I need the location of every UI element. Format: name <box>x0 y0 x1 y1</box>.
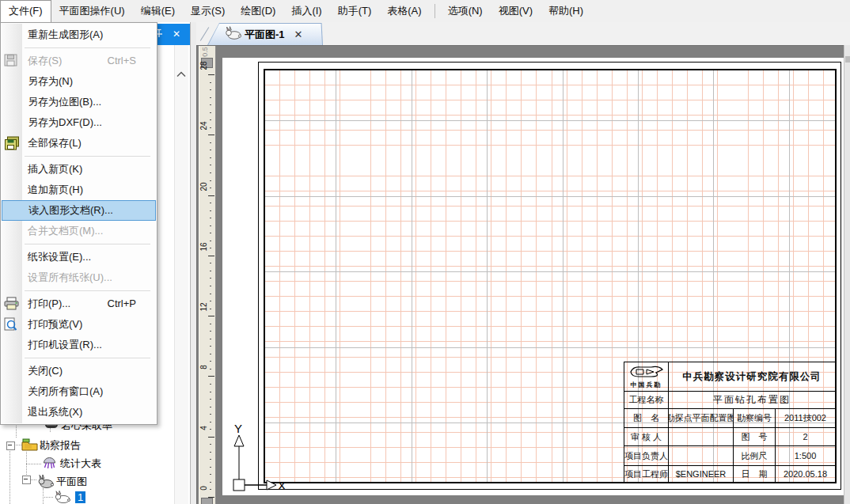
menu-item[interactable]: 合并文档页(M)... <box>1 221 157 241</box>
menu-separator <box>25 156 150 157</box>
menu-item[interactable]: 全部保存(L) <box>1 133 157 153</box>
menu-item[interactable]: 打印(P)...Ctrl+P <box>1 294 157 314</box>
tree-item-平面图[interactable]: 平面图 <box>0 474 173 488</box>
menu-separator <box>25 244 150 244</box>
panel-close-button[interactable]: ✕ <box>169 27 184 41</box>
axis-origin-symbol: Y X <box>229 420 302 495</box>
tb-label: 项目工程师 <box>624 466 669 483</box>
menubar-item[interactable]: 编辑(E) <box>133 0 183 22</box>
ruler-minor-tick <box>210 361 211 362</box>
tree-item-统计大表[interactable]: 统计大表 <box>0 456 173 470</box>
ruler-minor-tick <box>210 489 211 490</box>
menubar-divider <box>434 4 435 18</box>
scroll-up-button[interactable] <box>175 67 188 81</box>
menu-item[interactable]: 设置所有纸张(U)... <box>1 267 157 288</box>
drawing-canvas[interactable]: 0.5 0481216202428 中国兵 <box>196 45 850 504</box>
ruler-minor-tick <box>210 104 211 105</box>
menu-item-label: 另存为(N) <box>28 75 73 87</box>
menu-item-label: 另存为DXF(D)... <box>28 116 102 128</box>
tb-label: 比例尺 <box>734 446 776 466</box>
menu-item-label: 关闭(C) <box>28 365 63 377</box>
menubar-item[interactable]: 表格(A) <box>379 0 429 22</box>
y-axis-label: Y <box>234 422 242 435</box>
ruler-minor-tick <box>210 82 211 83</box>
vertical-ruler: 0.5 0481216202428 <box>199 46 216 504</box>
canvas-right-scrollbar[interactable] <box>844 45 850 504</box>
panel-scrollbar[interactable] <box>174 45 188 504</box>
menubar-item[interactable]: 视图(V) <box>491 0 541 22</box>
menu-item-label: 重新生成图形(A) <box>28 28 103 40</box>
ruler-minor-tick <box>210 467 211 468</box>
tb-label: 审 核 人 <box>624 428 669 446</box>
ruler-minor-tick <box>210 119 211 120</box>
menu-item[interactable]: 追加新页(H) <box>1 180 157 200</box>
ruler-minor-tick <box>210 444 211 445</box>
tb-value: 2020.05.18 <box>776 466 836 483</box>
menu-item[interactable]: 关闭(C) <box>1 361 157 381</box>
menu-item[interactable]: 保存(S)Ctrl+S <box>1 51 157 71</box>
menubar-item[interactable]: 插入(I) <box>283 0 329 22</box>
menubar-item[interactable]: 平面图操作(U) <box>51 0 133 22</box>
ruler-label: 4 <box>199 419 210 437</box>
menu-item[interactable]: 打印预览(V) <box>1 314 157 335</box>
ruler-minor-tick <box>210 474 211 475</box>
menu-item[interactable]: 关闭所有窗口(A) <box>1 381 157 402</box>
ruler-minor-tick <box>210 263 211 263</box>
drawing-paper: 中国兵勘 中兵勘察设计研究院有限公司 工程名称 平面钻孔布置图 图 名 勘探点平… <box>222 58 844 495</box>
ruler-minor-tick <box>210 210 211 211</box>
menubar-item[interactable]: 助手(T) <box>330 0 380 22</box>
panel-splitter[interactable] <box>190 22 196 504</box>
ruler-minor-tick <box>210 165 211 165</box>
folder-icon <box>21 438 38 453</box>
menubar-item[interactable]: 绘图(D) <box>233 0 283 22</box>
menu-item-label: 插入新页(K) <box>28 163 82 175</box>
ruler-minor-tick <box>210 241 211 241</box>
menu-item-shortcut: Ctrl+P <box>108 294 136 314</box>
menu-item[interactable]: 打印机设置(R)... <box>1 335 157 355</box>
menu-item-label: 退出系统(X) <box>28 406 82 418</box>
tb-project-label: 工程名称 <box>624 392 669 409</box>
menu-item[interactable]: 纸张设置(E)... <box>1 247 157 267</box>
menubar-item[interactable]: 选项(N) <box>440 0 491 22</box>
ruler-label: 8 <box>199 358 210 376</box>
tb-value: 勘探点平面配置图 <box>669 409 734 428</box>
menubar-item[interactable]: 文件(F) <box>0 0 51 22</box>
tab-close-icon[interactable]: ✕ <box>294 28 303 40</box>
tree-item-1[interactable]: 1 <box>0 491 173 504</box>
menu-item[interactable]: 另存为DXF(D)... <box>1 112 157 133</box>
ruler-minor-tick <box>210 294 211 294</box>
ruler-major-tick <box>208 256 214 256</box>
menu-item-label: 合并文档页(M)... <box>28 225 103 237</box>
tb-value <box>669 428 734 446</box>
menu-item[interactable]: 读入图形文档(R)... <box>2 200 156 221</box>
tb-label: 图 名 <box>624 409 669 428</box>
ruler-minor-tick <box>210 482 211 483</box>
ruler-minor-tick <box>210 339 211 339</box>
chevron-up-icon <box>176 71 186 78</box>
logo-emblem <box>628 364 665 380</box>
tb-value: 2 <box>776 428 836 446</box>
ruler-minor-tick <box>210 157 211 158</box>
ruler-minor-tick <box>210 354 211 354</box>
menu-item[interactable]: 插入新页(K) <box>1 159 157 180</box>
menubar-item[interactable]: 帮助(H) <box>541 0 591 22</box>
menu-item[interactable]: 另存为(N) <box>1 71 157 92</box>
tab-plan-1[interactable]: 平面图-1 ✕ <box>207 23 323 45</box>
tree-item-勘察报告[interactable]: 勘察报告 <box>0 438 173 452</box>
tab-strip-decoration <box>200 27 209 40</box>
menu-item[interactable]: 重新生成图形(A) <box>1 25 157 45</box>
company-logo: 中国兵勘 <box>624 362 669 392</box>
ruler-minor-tick <box>210 422 211 423</box>
ruler-label: 0 <box>199 479 210 497</box>
menubar-item[interactable]: 显示(S) <box>183 0 233 22</box>
ruler-minor-tick <box>210 271 211 271</box>
tree-item-label: 平面图 <box>56 475 87 489</box>
company-name: 中兵勘察设计研究院有限公司 <box>669 362 836 392</box>
print-preview-icon <box>4 317 20 332</box>
menu-item[interactable]: 另存为位图(B)... <box>1 92 157 112</box>
tree-item-label: 勘察报告 <box>40 438 81 453</box>
tb-value: 2011技002 <box>776 409 836 428</box>
document-tab-strip: 平面图-1 ✕ <box>196 22 850 45</box>
ruler-label: 28 <box>199 57 210 74</box>
menu-item[interactable]: 退出系统(X) <box>1 402 157 423</box>
